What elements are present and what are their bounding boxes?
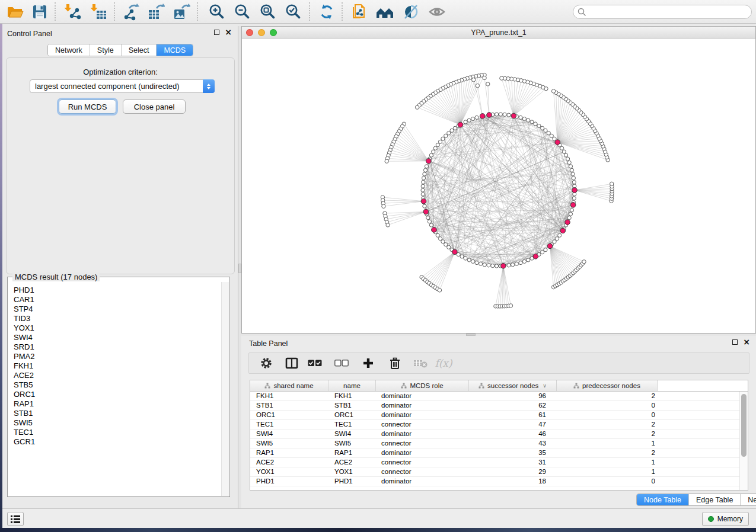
save-session-icon[interactable]: [29, 2, 50, 21]
network-node[interactable]: [522, 117, 526, 121]
search-field[interactable]: [573, 5, 752, 19]
mcds-result-item[interactable]: STB1: [14, 409, 221, 418]
network-leaf-node[interactable]: [509, 304, 512, 307]
network-node[interactable]: [511, 263, 515, 267]
network-node[interactable]: [515, 262, 518, 265]
network-leaf-node[interactable]: [551, 89, 555, 93]
network-node[interactable]: [447, 132, 451, 135]
export-table-icon[interactable]: [145, 2, 167, 21]
network-leaf-node[interactable]: [500, 76, 503, 80]
zoom-fit-icon[interactable]: [257, 2, 278, 21]
network-node[interactable]: [558, 233, 562, 237]
network-node[interactable]: [572, 197, 576, 200]
network-node[interactable]: [495, 264, 499, 268]
network-leaf-node[interactable]: [486, 82, 490, 86]
network-node[interactable]: [423, 172, 426, 176]
mcds-hub-node[interactable]: [458, 122, 463, 127]
network-node[interactable]: [422, 180, 425, 184]
mcds-result-item[interactable]: TEC1: [14, 428, 221, 437]
tab-mcds[interactable]: MCDS: [156, 44, 193, 56]
mcds-result-item[interactable]: SWI4: [14, 333, 221, 342]
home-panels-icon[interactable]: [375, 2, 396, 21]
mcds-result-item[interactable]: STB5: [14, 380, 221, 390]
mcds-hub-node[interactable]: [560, 228, 566, 233]
network-node[interactable]: [534, 122, 537, 126]
network-node[interactable]: [507, 264, 511, 267]
network-node[interactable]: [429, 223, 433, 227]
network-node[interactable]: [569, 165, 572, 168]
network-leaf-node[interactable]: [582, 260, 586, 264]
network-node[interactable]: [571, 172, 575, 176]
window-zoom-icon[interactable]: [270, 29, 277, 36]
table-row[interactable]: ACE2ACE2connector311: [250, 458, 748, 467]
table-row[interactable]: SWI4SWI4dominator462: [250, 430, 748, 439]
mcds-result-item[interactable]: CAR1: [14, 295, 221, 305]
tab-select[interactable]: Select: [121, 44, 157, 56]
network-graph-canvas[interactable]: [242, 39, 755, 333]
network-node[interactable]: [426, 216, 430, 220]
close-panel-button[interactable]: Close panel: [123, 100, 186, 114]
mcds-result-item[interactable]: TID3: [14, 314, 221, 323]
import-network-icon[interactable]: [62, 2, 83, 21]
zoom-selected-icon[interactable]: [282, 2, 304, 21]
mcds-result-item[interactable]: PHD1: [14, 286, 221, 295]
mcds-result-item[interactable]: RAP1: [14, 399, 221, 409]
column-header-predecessor-nodes[interactable]: predecessor nodes: [557, 380, 658, 391]
mcds-hub-node[interactable]: [511, 113, 516, 118]
network-node[interactable]: [570, 168, 573, 172]
network-node[interactable]: [564, 153, 568, 157]
tab-edge-table[interactable]: Edge Table: [688, 494, 740, 505]
tab-network-table[interactable]: Network Table: [740, 494, 756, 505]
network-node[interactable]: [428, 220, 431, 223]
network-node[interactable]: [519, 116, 522, 119]
network-node[interactable]: [555, 237, 559, 241]
table-scrollbar[interactable]: [739, 392, 748, 490]
network-leaf-node[interactable]: [382, 204, 385, 208]
network-node[interactable]: [464, 257, 467, 260]
network-leaf-node[interactable]: [476, 84, 479, 87]
export-image-icon[interactable]: [171, 2, 192, 21]
network-node[interactable]: [421, 193, 425, 196]
clone-network-icon[interactable]: [349, 2, 370, 21]
float-panel-icon[interactable]: [732, 339, 738, 345]
table-row[interactable]: RAP1RAP1dominator352: [250, 448, 748, 458]
network-node[interactable]: [467, 118, 471, 122]
deselect-all-icon[interactable]: [334, 355, 349, 371]
network-node[interactable]: [491, 264, 495, 268]
network-node[interactable]: [479, 262, 483, 265]
memory-button[interactable]: Memory: [702, 512, 749, 526]
close-panel-icon[interactable]: ×: [743, 339, 750, 345]
network-node[interactable]: [530, 120, 534, 124]
network-leaf-node[interactable]: [472, 78, 476, 82]
network-node[interactable]: [487, 264, 490, 267]
search-input[interactable]: [589, 8, 751, 16]
column-header-shared-name[interactable]: shared name: [250, 380, 328, 391]
network-node[interactable]: [421, 184, 425, 188]
network-node[interactable]: [475, 261, 479, 265]
mcds-hub-node[interactable]: [565, 220, 570, 225]
window-minimize-icon[interactable]: [258, 29, 265, 36]
network-node[interactable]: [467, 258, 471, 262]
network-node[interactable]: [537, 124, 541, 127]
mcds-hub-node[interactable]: [423, 209, 429, 214]
table-row[interactable]: PHD1PHD1dominator180: [250, 477, 748, 486]
mcds-result-item[interactable]: PMA2: [14, 352, 221, 361]
mcds-hub-node[interactable]: [501, 264, 506, 269]
export-network-icon[interactable]: [120, 2, 141, 21]
gear-icon[interactable]: [259, 355, 274, 371]
mcds-result-item[interactable]: FKH1: [14, 361, 221, 371]
network-node[interactable]: [519, 261, 522, 265]
window-close-icon[interactable]: [246, 29, 253, 36]
network-node[interactable]: [447, 245, 451, 249]
tab-network[interactable]: Network: [48, 44, 90, 56]
network-node[interactable]: [433, 146, 437, 150]
table-row[interactable]: STB1STB1dominator620: [250, 401, 748, 411]
network-leaf-node[interactable]: [385, 159, 388, 163]
network-node[interactable]: [547, 132, 550, 135]
network-leaf-node[interactable]: [438, 289, 441, 292]
mcds-hub-node[interactable]: [555, 140, 560, 145]
network-titlebar[interactable]: YPA_prune.txt_1: [242, 27, 755, 39]
mcds-hub-node[interactable]: [452, 249, 458, 255]
select-all-icon[interactable]: [307, 355, 323, 371]
network-node[interactable]: [441, 240, 445, 243]
